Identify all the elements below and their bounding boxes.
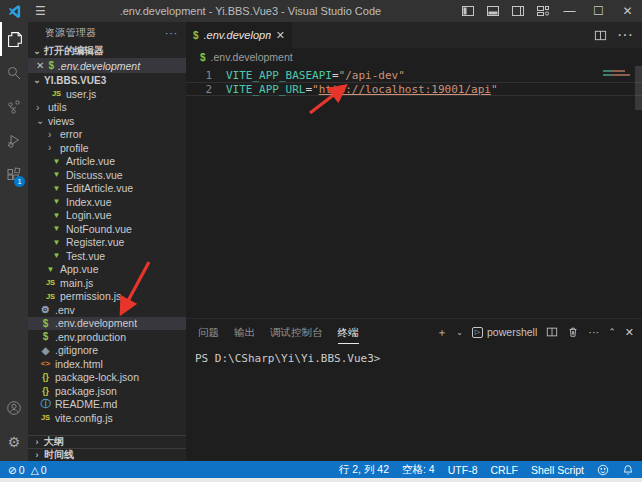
timeline-section[interactable]: › 时间线 bbox=[28, 448, 186, 461]
indentation[interactable]: 空格: 4 bbox=[402, 463, 435, 477]
toggle-secondary-sidebar-icon[interactable] bbox=[505, 0, 530, 22]
terminal-output[interactable]: PS D:\CSharp\Yi\Yi.BBS.Vue3> bbox=[186, 345, 642, 461]
shell-file-icon: $ bbox=[40, 318, 51, 329]
encoding[interactable]: UTF-8 bbox=[448, 464, 478, 476]
tree-item[interactable]: JS vite.config.js bbox=[28, 411, 186, 425]
close-tab-icon[interactable]: ✕ bbox=[276, 29, 285, 42]
tree-item[interactable]: $ .env.production bbox=[28, 330, 186, 344]
maximize-panel-icon[interactable]: ⌃ bbox=[608, 327, 616, 337]
minimap[interactable] bbox=[603, 70, 630, 76]
code-line-1: 1 VITE_APP_BASEAPI="/api-dev" bbox=[186, 68, 642, 82]
tab-terminal[interactable]: 终端 bbox=[338, 321, 359, 344]
tab-output[interactable]: 输出 bbox=[234, 321, 255, 344]
tree-item[interactable]: $ .env.development bbox=[28, 317, 186, 331]
tree-item[interactable]: ▼ Index.vue bbox=[28, 195, 186, 209]
tree-item[interactable]: › utils bbox=[28, 101, 186, 115]
shell-file-icon: $ bbox=[200, 52, 206, 63]
tree-item[interactable]: ◈ .gitignore bbox=[28, 344, 186, 358]
sidebar-title: 资源管理器 bbox=[45, 26, 97, 40]
tree-item[interactable]: › profile bbox=[28, 141, 186, 155]
code-editor[interactable]: 1 VITE_APP_BASEAPI="/api-dev" 2 VITE_APP… bbox=[186, 66, 642, 318]
split-editor-icon[interactable] bbox=[594, 29, 607, 42]
panel-more-actions-icon[interactable]: ··· bbox=[588, 326, 599, 338]
terminal-dropdown-icon[interactable]: ⌄ bbox=[456, 328, 463, 337]
brace-file-icon: {} bbox=[40, 372, 51, 382]
shell-file-icon: $ bbox=[40, 331, 51, 342]
js-file-icon: JS bbox=[45, 278, 56, 287]
cursor-position[interactable]: 行 2, 列 42 bbox=[339, 463, 389, 477]
tree-item-label: package-lock.json bbox=[55, 371, 139, 383]
breadcrumb[interactable]: $ .env.development bbox=[186, 48, 642, 66]
tree-item[interactable]: › error bbox=[28, 128, 186, 142]
tree-item[interactable]: ▼ Login.vue bbox=[28, 209, 186, 223]
status-bar: ⊘0 △0 行 2, 列 42 空格: 4 UTF-8 CRLF Shell S… bbox=[0, 461, 642, 478]
maximize-button[interactable]: ☐ bbox=[584, 0, 613, 22]
tab-debug-console[interactable]: 调试控制台 bbox=[270, 321, 323, 344]
close-icon[interactable]: ✕ bbox=[36, 60, 44, 71]
terminal-picker[interactable]: ▷ powershell bbox=[472, 326, 537, 338]
open-editor-item[interactable]: ✕ $ .env.development bbox=[28, 58, 186, 73]
tree-item[interactable]: JS permission.js bbox=[28, 290, 186, 304]
tree-item[interactable]: {} package.json bbox=[28, 384, 186, 398]
tree-item[interactable]: ▼ Article.vue bbox=[28, 155, 186, 169]
sidebar-more-actions-icon[interactable]: ··· bbox=[165, 28, 178, 39]
tree-item[interactable]: ▼ NotFound.vue bbox=[28, 222, 186, 236]
vue-file-icon: ▼ bbox=[51, 170, 62, 179]
tab-problems[interactable]: 问题 bbox=[198, 321, 219, 344]
run-debug-icon[interactable] bbox=[0, 124, 28, 158]
chevron-right-icon: › bbox=[32, 437, 42, 447]
bottom-panel: 问题 输出 调试控制台 终端 ＋ ⌄ ▷ powershell bbox=[186, 318, 642, 461]
tree-item[interactable]: ▼ Discuss.vue bbox=[28, 168, 186, 182]
tree-item[interactable]: <> index.html bbox=[28, 357, 186, 371]
search-icon[interactable] bbox=[0, 56, 28, 90]
tree-item[interactable]: ⓘ README.md bbox=[28, 398, 186, 412]
close-panel-icon[interactable]: ✕ bbox=[625, 326, 634, 339]
editor-more-actions-icon[interactable]: ··· bbox=[617, 26, 633, 44]
git-file-icon: ◈ bbox=[40, 345, 51, 356]
tree-item-label: index.html bbox=[55, 358, 103, 370]
minimap-line bbox=[603, 74, 630, 76]
tree-item[interactable]: ⚙ .env bbox=[28, 303, 186, 317]
settings-gear-icon[interactable]: ⚙ bbox=[0, 425, 28, 459]
kill-terminal-icon[interactable] bbox=[567, 326, 579, 338]
tree-item[interactable]: {} package-lock.json bbox=[28, 371, 186, 385]
tree-item[interactable]: JS user.js bbox=[28, 87, 186, 101]
url-link[interactable]: http://localhost:19001/api bbox=[319, 83, 491, 96]
problems-status[interactable]: ⊘0 △0 bbox=[8, 464, 47, 476]
tree-item[interactable]: ▼ Test.vue bbox=[28, 249, 186, 263]
tree-item[interactable]: ▼ Register.vue bbox=[28, 236, 186, 250]
quote: " bbox=[312, 83, 319, 96]
source-control-icon[interactable] bbox=[0, 90, 28, 124]
explorer-icon[interactable] bbox=[0, 22, 28, 56]
menu-hamburger-icon[interactable]: ☰ bbox=[35, 4, 46, 18]
editor-scrollbar[interactable] bbox=[635, 66, 642, 110]
close-window-button[interactable]: ✕ bbox=[613, 0, 642, 22]
tree-item[interactable]: ▼ App.vue bbox=[28, 263, 186, 277]
shell-file-icon: $ bbox=[193, 30, 199, 41]
tab-env-development[interactable]: $ .env.development ✕ bbox=[186, 22, 292, 48]
feedback-smiley-icon[interactable] bbox=[597, 464, 609, 476]
tree-item[interactable]: ▼ EditArticle.vue bbox=[28, 182, 186, 196]
customize-layout-icon[interactable] bbox=[530, 0, 555, 22]
env-var-value: "/api-dev" bbox=[339, 69, 405, 82]
notifications-bell-icon[interactable] bbox=[622, 464, 634, 476]
extensions-icon[interactable]: 1 bbox=[0, 158, 28, 192]
eol-sequence[interactable]: CRLF bbox=[490, 464, 517, 476]
open-editors-section[interactable]: ⌄ 打开的编辑器 bbox=[28, 44, 186, 58]
split-terminal-icon[interactable] bbox=[546, 326, 558, 338]
outline-section[interactable]: › 大纲 bbox=[28, 435, 186, 448]
chevron-down-icon: ⌄ bbox=[32, 75, 42, 85]
project-section-header[interactable]: ⌄ YI.BBS.VUE3 bbox=[28, 73, 186, 87]
window-bottom-edge bbox=[0, 478, 642, 482]
account-icon[interactable] bbox=[0, 391, 28, 425]
tree-item[interactable]: ⌄ views bbox=[28, 114, 186, 128]
toggle-sidebar-icon[interactable] bbox=[455, 0, 480, 22]
tree-item-label: error bbox=[60, 128, 82, 140]
tab-bar: $ .env.development ✕ ··· bbox=[186, 22, 642, 48]
minimize-button[interactable]: — bbox=[555, 0, 584, 22]
tree-item[interactable]: JS main.js bbox=[28, 276, 186, 290]
new-terminal-icon[interactable]: ＋ bbox=[436, 325, 447, 340]
language-mode[interactable]: Shell Script bbox=[531, 464, 584, 476]
toggle-panel-icon[interactable] bbox=[480, 0, 505, 22]
error-icon: ⊘ bbox=[8, 464, 17, 476]
